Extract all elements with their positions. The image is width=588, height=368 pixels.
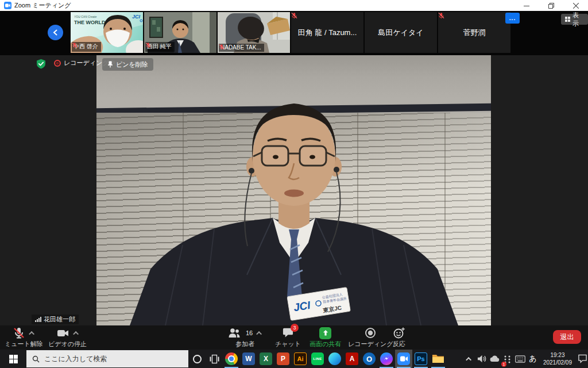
chat-button[interactable]: 3 チャット [275,327,301,348]
taskbar-app-photoshop[interactable]: Ps [412,350,430,368]
windows-taskbar: ここに入力して検索 W X P Ai LINE A O [0,350,588,368]
security-shield-icon[interactable] [36,59,46,69]
photoshop-icon: Ps [415,352,427,365]
tray-onedrive-button[interactable] [489,350,501,368]
clock-time: 19:23 [543,351,572,359]
cortana-icon [193,355,202,363]
windows-logo-icon [9,355,18,363]
cortana-button[interactable] [188,350,206,368]
speaker-icon [477,354,487,363]
remove-pin-button[interactable]: ピンを削除 [102,58,153,71]
window-title: Zoom ミーティング [14,1,71,10]
muted-mic-icon [72,42,78,48]
taskbar-app-chrome[interactable] [223,350,240,368]
tray-volume-button[interactable] [477,350,488,368]
participant-name-label: 西田 純平 [145,42,175,52]
tray-notification-badge: 1 [501,362,506,367]
edge-icon [328,352,341,365]
scroll-left-button[interactable] [48,25,63,40]
taskbar-app-illustrator[interactable]: Ai [292,350,309,368]
camera-icon [57,327,69,339]
participant-tile[interactable]: YOU CAN Create THE WORLD JCI 中西 啓介 [71,12,143,53]
action-center-button[interactable] [577,350,588,368]
unmute-button[interactable]: ミュート解除 [5,327,43,348]
main-stage: JCI 公益社団法人 日本青年会議所 東京JC レコーディング中 [0,55,588,325]
recording-dot-icon[interactable] [54,60,61,67]
tray-app-button[interactable]: 1 [502,350,513,368]
ime-mode-button[interactable]: あ [527,350,539,368]
reactions-smiley-icon [393,327,405,339]
task-view-icon [210,354,219,364]
speaker-name-label: 花田雄一郎 [32,315,79,324]
word-icon: W [242,352,255,365]
zoom-taskbar-icon [397,352,410,365]
share-screen-icon [319,327,331,339]
taskbar-app-explorer[interactable] [430,350,447,368]
taskbar-clock[interactable]: 19:23 2021/02/09 [540,351,575,366]
connection-quality-icon [35,317,41,322]
record-icon [364,327,377,339]
tile-art-top-text: YOU CAN Create [74,15,96,18]
muted-mic-icon [13,327,25,339]
pinned-video[interactable]: JCI 公益社団法人 日本青年会議所 東京JC [96,55,491,325]
taskbar-app-line[interactable]: LINE [309,350,326,368]
taskbar-app-edge[interactable] [326,350,343,368]
muted-mic-icon [219,44,225,50]
taskbar-app-outlook[interactable]: O [361,350,378,368]
window-titlebar: Zoom ミーティング [0,0,588,11]
outlook-icon: O [363,352,376,365]
close-button[interactable] [563,0,588,11]
participant-tile[interactable]: 西田 純平 [144,12,216,53]
chat-unread-badge: 3 [291,324,299,332]
leave-meeting-button[interactable]: 退出 [553,330,581,344]
restore-button[interactable] [539,0,563,11]
video-options-chevron[interactable] [73,331,79,336]
participant-tile[interactable]: 島田ケイタイ [365,12,437,53]
tray-touch-keyboard-button[interactable] [514,350,526,368]
view-button[interactable]: 表示 [561,14,588,25]
participant-tile[interactable]: NADABE TAK... [218,12,290,53]
participant-name-label: NADABE TAK... [219,44,264,52]
chevron-up-icon [466,356,472,362]
participant-name-label: 菅野潤 [463,28,486,38]
minimize-button[interactable] [514,0,539,11]
taskbar-app-acrobat[interactable]: A [343,350,361,368]
participants-icon [228,327,241,339]
zoom-logo-icon [4,2,11,9]
recording-button[interactable]: レコーディング [348,327,393,348]
tray-show-hidden-button[interactable] [464,350,475,368]
participant-tile[interactable]: 菅野潤 [438,12,510,53]
participant-name-label: 島田ケイタイ [378,28,423,38]
taskbar-app-zoom[interactable] [395,350,412,368]
excel-icon: X [260,352,272,365]
share-screen-button[interactable]: 画面の共有 [310,327,341,348]
taskbar-search-input[interactable]: ここに入力して検索 [26,350,188,367]
gallery-grid-icon [565,17,570,22]
clock-date: 2021/02/09 [543,359,572,366]
meeting-toolbar: ミュート解除 ビデオの停止 16 [0,325,588,350]
action-center-icon [578,354,587,363]
start-button[interactable] [0,350,26,368]
participant-name-label: 中西 啓介 [72,42,101,52]
file-explorer-icon [432,354,444,364]
taskbar-app-word[interactable]: W [240,350,257,368]
stop-video-button[interactable]: ビデオの停止 [48,327,87,348]
taskbar-app-powerpoint[interactable]: P [274,350,292,368]
taskbar-app-messenger[interactable] [378,350,395,368]
reactions-button[interactable]: 反応 [393,327,405,348]
speaker-person: JCI 公益社団法人 日本青年会議所 東京JC [96,55,491,325]
muted-mic-icon [291,12,297,19]
participant-more-button[interactable]: ... [505,13,520,24]
tile-art-jci-logo: JCI [132,14,141,20]
muted-mic-icon [438,12,444,19]
illustrator-icon: Ai [294,352,307,365]
participants-button[interactable]: 16 参加者 [228,327,262,348]
mic-options-chevron[interactable] [29,331,35,336]
muted-mic-icon [145,42,151,48]
task-view-button[interactable] [206,350,223,368]
participants-options-chevron[interactable] [256,331,262,336]
line-icon: LINE [311,352,324,365]
pin-icon [107,61,113,68]
taskbar-app-excel[interactable]: X [257,350,274,368]
participant-tile[interactable]: 田角 龍 / Tazum... [291,12,363,53]
